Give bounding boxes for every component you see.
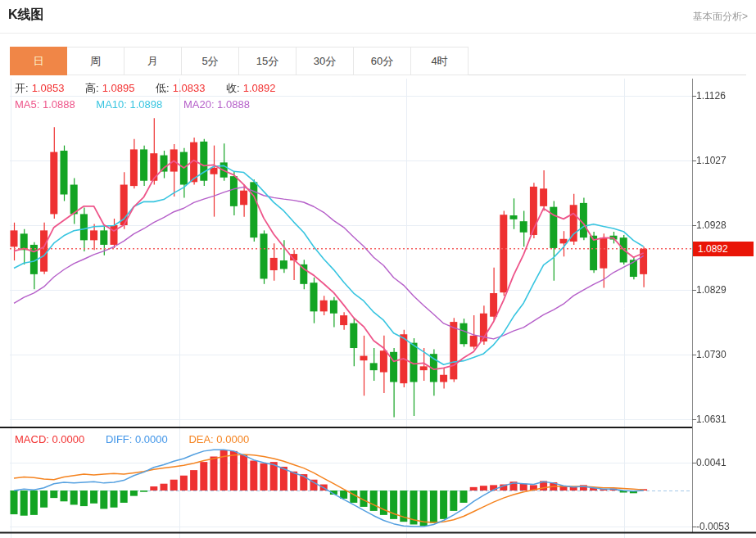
y-axis-label: -0.0053 [696, 520, 730, 533]
macd-legend: MACD: 0.0000 DIFF: 0.0000 DEA: 0.0000 [15, 433, 252, 445]
y-axis-label: 1.0730 [696, 348, 727, 361]
low-label: 低: [156, 82, 170, 94]
low-value: 1.0833 [173, 82, 206, 94]
current-price-marker: 1.0892 [693, 242, 754, 256]
tab-4时[interactable]: 4时 [411, 47, 469, 75]
macd-value: MACD: 0.0000 [15, 433, 84, 445]
y-axis-label: 1.0631 [696, 413, 727, 426]
tab-30分[interactable]: 30分 [297, 47, 354, 75]
period-tab-bar: 日周月5分15分30分60分4时 [10, 47, 746, 75]
tab-月[interactable]: 月 [124, 47, 182, 75]
high-label: 高: [85, 82, 99, 94]
tab-周[interactable]: 周 [67, 47, 124, 75]
close-value: 1.0892 [243, 82, 276, 94]
y-axis-label: 1.0928 [696, 219, 727, 232]
diff-value: DIFF: 0.0000 [106, 433, 168, 445]
fundamental-analysis-link[interactable]: 基本面分析> [693, 10, 748, 24]
kline-widget: K线图 基本面分析> 日周月5分15分30分60分4时 开:1.0853 高:1… [0, 0, 756, 538]
header-divider [0, 33, 756, 34]
y-axis-label: 0.0041 [696, 456, 727, 469]
tab-15分[interactable]: 15分 [239, 47, 297, 75]
tab-日[interactable]: 日 [10, 47, 67, 75]
ma10-value: MA10: 1.0898 [96, 98, 162, 111]
y-axis-label: 1.1126 [696, 89, 726, 102]
ohlc-legend: 开:1.0853 高:1.0895 低:1.0833 收:1.0892 [15, 81, 278, 96]
tab-60分[interactable]: 60分 [354, 47, 411, 75]
ma20-value: MA20: 1.0888 [183, 98, 250, 111]
y-axis-label: 1.0829 [696, 283, 727, 296]
high-value: 1.0895 [102, 82, 135, 94]
ma-legend: MA5: 1.0888 MA10: 1.0898 MA20: 1.0888 [15, 98, 253, 111]
ma5-value: MA5: 1.0888 [15, 98, 75, 111]
dea-value: DEA: 0.0000 [188, 433, 249, 445]
close-label: 收: [226, 82, 240, 94]
tab-5分[interactable]: 5分 [182, 47, 239, 75]
open-value: 1.0853 [32, 82, 65, 94]
page-title: K线图 [8, 7, 44, 24]
open-label: 开: [15, 82, 29, 94]
y-axis-label: 1.1027 [696, 154, 727, 167]
